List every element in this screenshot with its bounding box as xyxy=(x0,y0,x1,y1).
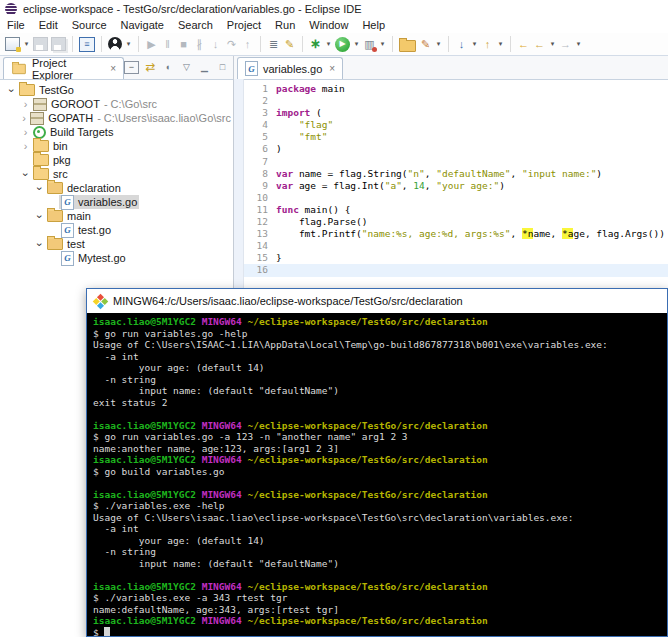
close-icon[interactable]: × xyxy=(329,63,335,74)
code-line[interactable]: 14 xyxy=(244,240,668,252)
go-into-button[interactable]: ↑ xyxy=(481,36,494,52)
tree-item-goroot[interactable]: ›GOROOT - C:\Go\src xyxy=(0,97,233,111)
forward-caret[interactable]: ▾ xyxy=(575,36,582,52)
debug-caret[interactable]: ▾ xyxy=(325,36,332,52)
profile-button[interactable] xyxy=(108,37,122,51)
code-line[interactable]: 3import ( xyxy=(244,107,668,119)
run-button[interactable]: ▶ xyxy=(335,37,350,52)
last-edit-location-button[interactable]: ↓ xyxy=(455,36,468,52)
tree-item-build-targets[interactable]: ›Build Targets xyxy=(0,125,233,139)
code-line[interactable]: 9var age = flag.Int("a", 14, "your age:"… xyxy=(244,180,668,192)
coverage-caret[interactable]: ▾ xyxy=(379,36,386,52)
eclipse-title-bar[interactable]: eclipse-workspace - TestGo/src/declarati… xyxy=(0,0,668,17)
step-over-button[interactable]: ↷ xyxy=(225,36,238,52)
expander-chevron-icon[interactable]: › xyxy=(20,113,28,124)
expander-chevron-icon[interactable]: › xyxy=(34,183,45,194)
menu-navigate[interactable]: Navigate xyxy=(114,18,171,32)
view-menu-button[interactable]: ▽ xyxy=(180,59,193,75)
code-line[interactable]: 16 xyxy=(244,264,668,276)
tree-item-variables-go[interactable]: Gvariables.go xyxy=(0,195,233,209)
search-button[interactable]: ✎ xyxy=(419,36,432,52)
tree-item-bin[interactable]: ›bin xyxy=(0,139,233,153)
terminal-line: Usage of C:\Users\isaac.liao\eclipse-wor… xyxy=(93,512,667,524)
menu-source[interactable]: Source xyxy=(65,18,114,32)
forward-button[interactable]: → xyxy=(559,36,572,52)
back-caret[interactable]: ▾ xyxy=(549,36,556,52)
code-line[interactable]: 12 flag.Parse() xyxy=(244,216,668,228)
menu-edit[interactable]: Edit xyxy=(32,18,65,32)
new-wizard-caret[interactable]: ▾ xyxy=(23,36,30,52)
back-button[interactable]: ← xyxy=(533,36,546,52)
toolbar-separator xyxy=(260,36,261,52)
step-return-button[interactable]: ↑ xyxy=(241,36,254,52)
tab-project-explorer[interactable]: Project Explorer × xyxy=(3,57,124,79)
debug-button[interactable]: ∗ xyxy=(309,36,322,52)
code-line[interactable]: 11func main() { xyxy=(244,204,668,216)
expander-chevron-icon[interactable]: › xyxy=(20,99,31,110)
menu-window[interactable]: Window xyxy=(302,18,355,32)
expander-chevron-icon[interactable]: › xyxy=(6,85,17,96)
mingw64-terminal-window[interactable]: MINGW64:/c/Users/isaac.liao/eclipse-work… xyxy=(86,288,668,637)
collapse-all-button[interactable]: − xyxy=(124,61,139,74)
profile-caret[interactable]: ▾ xyxy=(125,36,132,52)
tree-item-pkg[interactable]: pkg xyxy=(0,153,233,167)
expander-chevron-icon[interactable]: › xyxy=(20,141,31,152)
code-line[interactable]: 8var name = flag.String("n", "defaultNam… xyxy=(244,168,668,180)
code-line[interactable]: 13 fmt.Printf("name:%s, age:%d, args:%s"… xyxy=(244,228,668,240)
maximize-button[interactable]: □ xyxy=(216,59,229,75)
mark-occurrences-button[interactable]: ✎ xyxy=(283,36,296,52)
code-line[interactable]: 15} xyxy=(244,252,668,264)
open-resource-button[interactable] xyxy=(399,40,416,52)
disconnect-button[interactable]: ∦ xyxy=(193,36,206,52)
build-targets-button[interactable]: ≡ xyxy=(79,37,95,52)
expander-chevron-icon[interactable]: › xyxy=(20,127,31,138)
link-with-editor-button[interactable]: ⇄ xyxy=(144,59,157,75)
menu-project[interactable]: Project xyxy=(220,18,268,32)
minimize-button[interactable]: ▁ xyxy=(198,59,211,75)
editor-code[interactable]: 1package main23import (4 "flag"5 "fmt"6)… xyxy=(244,83,668,277)
save-all-button[interactable] xyxy=(51,37,66,51)
tree-item-main[interactable]: ›main xyxy=(0,209,233,223)
code-line[interactable]: 4 "flag" xyxy=(244,119,668,131)
code-line[interactable]: 10 xyxy=(244,192,668,204)
tree-item-mytest-go[interactable]: GMytest.go xyxy=(0,251,233,265)
tree-item-test-go[interactable]: Gtest.go xyxy=(0,223,233,237)
menu-file[interactable]: File xyxy=(0,18,32,32)
code-text: flag.Parse() xyxy=(276,216,368,228)
close-icon[interactable]: × xyxy=(110,63,116,74)
terminate-button[interactable]: ■ xyxy=(177,36,190,52)
menu-help[interactable]: Help xyxy=(355,18,392,32)
expander-chevron-icon[interactable]: › xyxy=(34,211,45,222)
coverage-button[interactable]: ▥ xyxy=(363,36,376,52)
code-line[interactable]: 1package main xyxy=(244,83,668,95)
next-annotation-button[interactable]: ≣ xyxy=(267,36,280,52)
tree-item-gopath[interactable]: ›GOPATH - C:\Users\isaac.liao\Go\src xyxy=(0,111,233,125)
search-caret[interactable]: ▾ xyxy=(435,36,442,52)
tree-item-testgo[interactable]: ›TestGo xyxy=(0,83,233,97)
run-caret[interactable]: ▾ xyxy=(353,36,360,52)
new-wizard-button[interactable] xyxy=(5,37,20,51)
terminal-content[interactable]: isaac.liao@5M1YGC2 MINGW64 ~/eclipse-wor… xyxy=(87,313,667,636)
menu-run[interactable]: Run xyxy=(268,18,302,32)
code-line[interactable]: 5 "fmt" xyxy=(244,131,668,143)
code-line[interactable]: 7 xyxy=(244,156,668,168)
save-button[interactable] xyxy=(33,37,48,51)
terminal-title-bar[interactable]: MINGW64:/c/Users/isaac.liao/eclipse-work… xyxy=(87,289,667,313)
last-edit-caret[interactable]: ▾ xyxy=(471,36,478,52)
go-into-caret[interactable]: ▾ xyxy=(497,36,504,52)
expander-chevron-icon[interactable]: › xyxy=(20,169,31,180)
menu-search[interactable]: Search xyxy=(171,18,220,32)
tree-item-declaration[interactable]: ›declaration xyxy=(0,181,233,195)
tree-item-line: TestGo xyxy=(17,83,76,97)
back-history-button[interactable]: ← xyxy=(517,36,530,52)
step-into-button[interactable]: ↓ xyxy=(209,36,222,52)
tree-item-src[interactable]: ›src xyxy=(0,167,233,181)
focus-button[interactable]: ◐ xyxy=(162,59,175,75)
resume-button[interactable]: ▶ xyxy=(145,36,158,52)
tree-item-test[interactable]: ›test xyxy=(0,237,233,251)
code-line[interactable]: 2 xyxy=(244,95,668,107)
suspend-button[interactable]: ‖ xyxy=(161,36,174,52)
expander-chevron-icon[interactable]: › xyxy=(34,239,45,250)
code-line[interactable]: 6) xyxy=(244,143,668,155)
tab-variables-go[interactable]: G variables.go × xyxy=(237,57,343,79)
